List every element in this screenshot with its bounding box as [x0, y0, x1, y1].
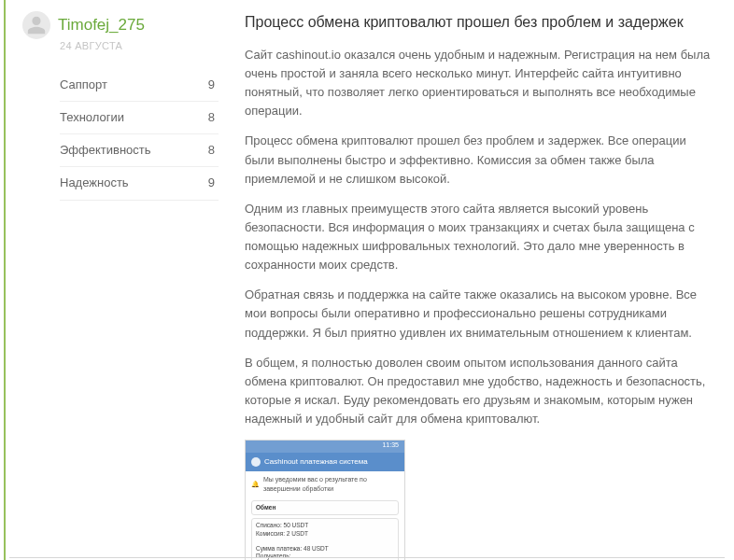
- bottom-divider: [9, 557, 725, 558]
- sidebar: Timofej_275 24 АВГУСТА Саппорт 9 Техноло…: [22, 11, 219, 560]
- score-label: Надежность: [60, 174, 129, 192]
- score-row: Надежность 9: [60, 167, 219, 200]
- shot-status-title: Обмен: [256, 504, 394, 511]
- score-value: 9: [208, 174, 215, 192]
- shot-status-bar: 11:35: [246, 441, 404, 453]
- user-row: Timofej_275: [22, 11, 219, 39]
- review-paragraph: Одним из главных преимуществ этого сайта…: [245, 200, 717, 275]
- shot-notice: 🔔 Мы уведомим вас о результате по заверш…: [246, 471, 404, 497]
- attached-screenshot[interactable]: 11:35 Cashinout платежная система 🔔 Мы у…: [245, 440, 405, 560]
- review-paragraph: Обратная связь и поддержка на сайте такж…: [245, 286, 717, 342]
- score-label: Саппорт: [60, 76, 107, 94]
- review-paragraph: В общем, я полностью доволен своим опыто…: [245, 354, 717, 429]
- shot-notice-text: Мы уведомим вас о результате по завершен…: [263, 475, 399, 496]
- score-value: 9: [208, 76, 215, 94]
- score-value: 8: [208, 108, 215, 127]
- score-row: Саппорт 9: [60, 69, 219, 102]
- shot-body: Обмен Списано: 50 USDT Комиссия: 2 USDT …: [246, 497, 404, 560]
- score-label: Технологии: [60, 108, 124, 127]
- username-link[interactable]: Timofej_275: [58, 13, 145, 37]
- shot-line: Списано: 50 USDT: [256, 522, 394, 529]
- review-paragraph: Сайт cashinout.io оказался очень удобным…: [245, 46, 717, 121]
- review-main: Процесс обмена криптовалют прошел без пр…: [245, 11, 717, 560]
- score-list: Саппорт 9 Технологии 8 Эффективность 8 Н…: [22, 69, 219, 201]
- review-date: 24 АВГУСТА: [22, 38, 219, 54]
- shot-header-title: Cashinout платежная система: [264, 456, 368, 468]
- accent-bar: [4, 0, 6, 560]
- shot-time: 11:35: [382, 441, 399, 448]
- shot-line: Комиссия: 2 USDT: [256, 530, 394, 538]
- score-row: Эффективность 8: [60, 134, 219, 167]
- shot-line: Получатель:: [256, 553, 394, 560]
- shot-line: Сумма платежа: 48 USDT: [256, 545, 394, 553]
- score-value: 8: [208, 141, 215, 160]
- review-paragraph: Процесс обмена криптовалют прошел без пр…: [245, 132, 717, 188]
- avatar: [22, 11, 50, 39]
- user-icon: [26, 15, 47, 35]
- review-title: Процесс обмена криптовалют прошел без пр…: [245, 11, 717, 35]
- shot-header: Cashinout платежная система: [246, 453, 404, 470]
- shot-bubble: Обмен: [251, 500, 399, 515]
- bell-icon: 🔔: [251, 480, 260, 490]
- shot-avatar-icon: [251, 457, 261, 467]
- score-row: Технологии 8: [60, 102, 219, 134]
- score-label: Эффективность: [60, 141, 151, 160]
- shot-bubble: Списано: 50 USDT Комиссия: 2 USDT Сумма …: [251, 518, 399, 560]
